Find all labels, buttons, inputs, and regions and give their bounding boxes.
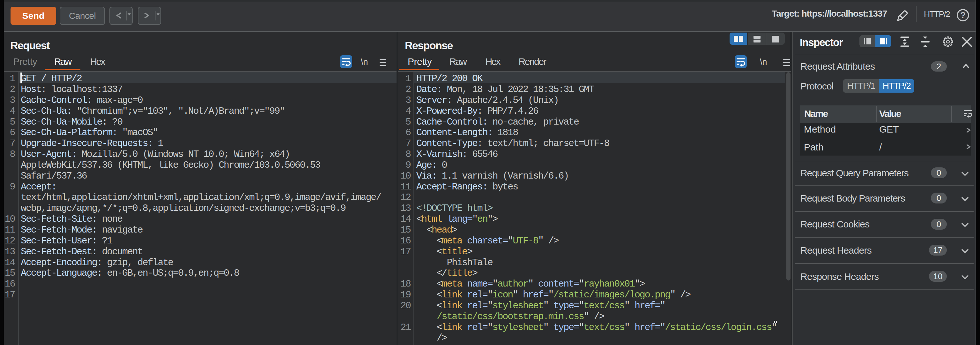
svg-text:?: ? <box>960 10 966 20</box>
